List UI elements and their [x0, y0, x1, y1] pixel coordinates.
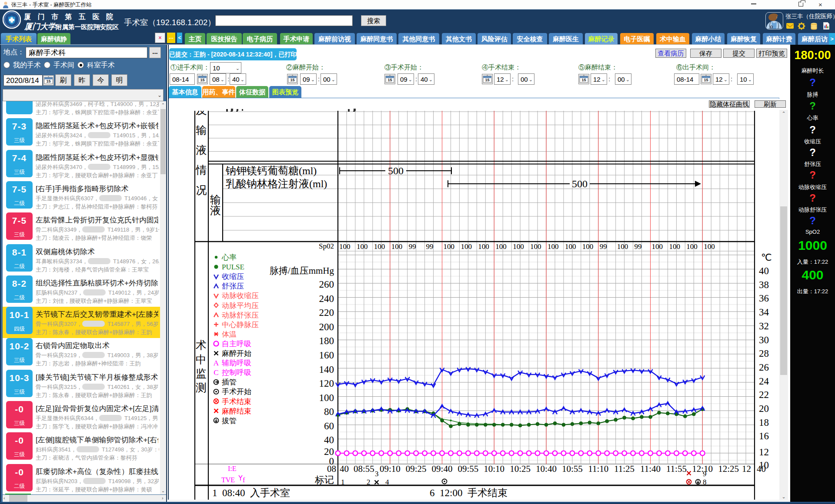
svg-text:36: 36 [759, 293, 769, 304]
svg-text:11:25: 11:25 [614, 464, 635, 474]
svg-text:辅助呼吸: 辅助呼吸 [222, 359, 251, 367]
svg-text:100: 100 [617, 242, 628, 251]
svg-text:180: 180 [319, 335, 334, 346]
svg-text:240: 240 [319, 293, 334, 304]
svg-text:100: 100 [530, 242, 541, 251]
svg-text:情: 情 [196, 164, 207, 176]
svg-text:100: 100 [374, 242, 385, 251]
svg-text:220: 220 [319, 307, 334, 318]
svg-text:100: 100 [357, 242, 368, 251]
svg-text:A: A [214, 359, 219, 367]
svg-text:99: 99 [635, 242, 642, 251]
svg-text:15: 15 [200, 78, 204, 82]
svg-text:中: 中 [196, 354, 207, 365]
svg-text:手术结束: 手术结束 [222, 398, 251, 406]
svg-text:99: 99 [600, 242, 607, 251]
svg-text:动脉收缩压: 动脉收缩压 [222, 292, 259, 300]
svg-text:200: 200 [319, 322, 334, 332]
svg-text:术: 术 [196, 339, 207, 351]
svg-text:100: 100 [652, 242, 663, 251]
svg-text:40: 40 [340, 464, 349, 474]
svg-text:160: 160 [319, 350, 334, 361]
svg-text:100: 100 [391, 242, 403, 251]
svg-text:30: 30 [759, 335, 769, 345]
svg-text:16: 16 [759, 431, 769, 441]
svg-text:24: 24 [759, 376, 769, 387]
svg-text:100: 100 [513, 242, 524, 251]
svg-text:收缩压: 收缩压 [222, 272, 244, 281]
svg-text:2: 2 [367, 478, 371, 486]
svg-text:32: 32 [759, 321, 769, 332]
svg-text:100: 100 [704, 242, 715, 251]
svg-text:10:25: 10:25 [510, 464, 531, 474]
svg-text:15: 15 [485, 78, 489, 82]
svg-text:麻醉开始: 麻醉开始 [222, 349, 251, 358]
svg-text:标记: 标记 [314, 474, 334, 485]
svg-text:12: 12 [759, 447, 769, 458]
svg-text:f: f [243, 476, 245, 484]
svg-text:液: 液 [210, 205, 221, 216]
svg-text:液: 液 [196, 144, 207, 156]
svg-text:20: 20 [759, 403, 769, 414]
svg-text:22: 22 [759, 389, 769, 400]
svg-text:℃: ℃ [761, 252, 772, 263]
svg-text:260: 260 [319, 279, 334, 290]
svg-text:500: 500 [572, 178, 588, 189]
svg-text:插管: 插管 [222, 378, 237, 386]
svg-text:10:10: 10:10 [484, 464, 504, 474]
svg-text:舒张压: 舒张压 [222, 282, 244, 290]
svg-text:100: 100 [339, 242, 351, 251]
svg-text:自主呼吸: 自主呼吸 [222, 340, 251, 348]
svg-text:拔管: 拔管 [222, 417, 237, 425]
svg-text:100: 100 [565, 242, 576, 251]
svg-text:100: 100 [686, 242, 698, 251]
svg-text:况: 况 [196, 184, 207, 196]
svg-text:1: 1 [341, 478, 345, 486]
svg-text:输: 输 [210, 194, 221, 206]
svg-text:9: 9 [703, 470, 707, 478]
svg-text:15: 15 [290, 78, 294, 82]
svg-text:PULSE: PULSE [222, 263, 244, 271]
svg-text:100: 100 [319, 392, 334, 403]
svg-text:6 12:00 手术结束: 6 12:00 手术结束 [430, 487, 508, 498]
svg-text:3: 3 [375, 470, 379, 478]
svg-text:11:40: 11:40 [640, 464, 661, 474]
svg-text:8: 8 [703, 478, 707, 486]
svg-text:TVE: TVE [221, 476, 235, 484]
svg-text:1 08:40 入手术室: 1 08:40 入手术室 [212, 487, 290, 498]
svg-text:100: 100 [669, 242, 680, 251]
svg-text:80: 80 [324, 406, 334, 417]
svg-text:99: 99 [426, 242, 434, 251]
svg-text:乳酸钠林格注射液(ml): 乳酸钠林格注射液(ml) [226, 178, 327, 189]
svg-text:15: 15 [46, 79, 50, 83]
svg-text:09:55: 09:55 [458, 464, 478, 474]
svg-text:100: 100 [548, 242, 559, 251]
svg-text:11:55: 11:55 [666, 464, 687, 474]
svg-text:99: 99 [409, 242, 416, 251]
svg-text:15: 15 [704, 78, 708, 82]
svg-text:40: 40 [759, 265, 769, 276]
svg-text:12: 12 [742, 464, 751, 474]
svg-text:18: 18 [759, 417, 769, 428]
svg-text:手术开始: 手术开始 [222, 388, 251, 396]
svg-text:动脉平均压: 动脉平均压 [222, 302, 259, 310]
svg-text:输: 输 [196, 124, 207, 136]
svg-text:26: 26 [759, 362, 769, 373]
svg-text:28: 28 [759, 348, 769, 359]
svg-text:100: 100 [478, 242, 489, 251]
svg-text:监: 监 [196, 368, 207, 379]
svg-text:心率: 心率 [221, 253, 237, 262]
svg-text:钠钾镁钙葡萄糖(ml): 钠钾镁钙葡萄糖(ml) [225, 165, 317, 176]
svg-text:60: 60 [324, 421, 334, 431]
svg-text:09:25: 09:25 [406, 464, 427, 474]
svg-text:100: 100 [495, 242, 507, 251]
svg-text:15: 15 [387, 78, 392, 82]
svg-text:I:E: I:E [228, 465, 237, 472]
svg-text:测: 测 [196, 382, 207, 394]
svg-text:100: 100 [582, 242, 594, 251]
svg-text:10:40: 10:40 [536, 464, 557, 474]
svg-text:10:55: 10:55 [562, 464, 583, 474]
svg-text:40: 40 [757, 464, 766, 474]
svg-text:12:25: 12:25 [718, 464, 739, 474]
svg-text:08: 08 [327, 464, 336, 474]
